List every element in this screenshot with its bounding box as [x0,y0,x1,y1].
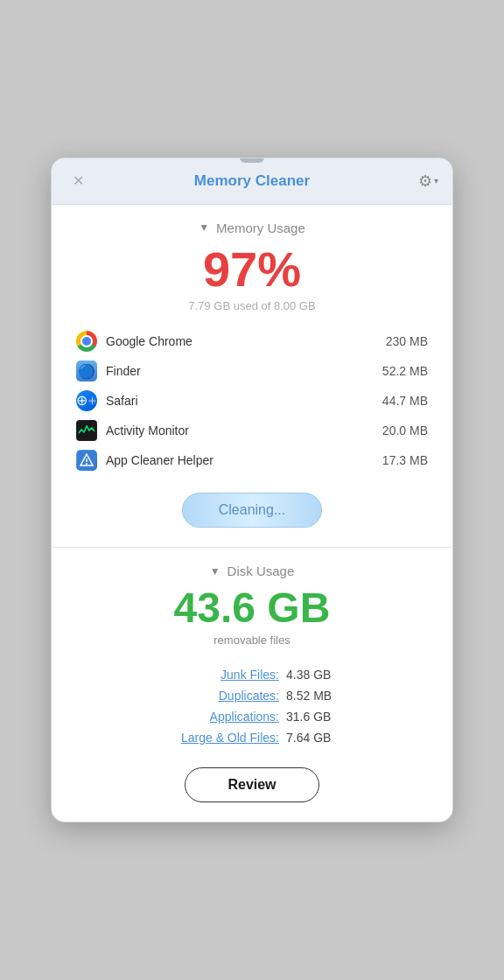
memory-section: ▼ Memory Usage 97% 7.79 GB used of 8.00 … [52,205,452,548]
disk-total: 43.6 GB [76,585,428,632]
app-item-activity: Activity Monitor 20.0 MB [76,416,428,445]
app-item-safari: Safari 44.7 MB [76,386,428,416]
app-size-appcleaner: 17.3 MB [382,453,428,467]
disk-sub: removable files [76,634,428,647]
app-item-finder: 🔵 Finder 52.2 MB [76,356,428,386]
app-name-appcleaner: App Cleaner Helper [106,453,382,467]
memory-detail: 7.79 GB used of 8.00 GB [76,299,428,312]
disk-list: Junk Files: 4.38 GB Duplicates: 8.52 MB … [76,664,428,748]
disk-label-largeold[interactable]: Large & Old Files: [165,731,279,745]
title-bar: ✕ Memory Cleaner ⚙ ▾ [52,158,452,205]
gear-button[interactable]: ⚙ ▾ [418,172,438,191]
app-size-chrome: 230 MB [386,334,428,348]
memory-percent: 97% [76,242,428,297]
app-item-appcleaner: App Cleaner Helper 17.3 MB [76,445,428,475]
disk-header: ▼ Disk Usage [76,564,428,578]
activity-monitor-icon [76,420,97,441]
disk-section: ▼ Disk Usage 43.6 GB removable files Jun… [52,547,452,822]
appcleaner-icon [76,450,97,471]
gear-dropdown-icon: ▾ [434,176,438,186]
app-name-finder: Finder [106,364,382,378]
disk-item-largeold: Large & Old Files: 7.64 GB [76,727,428,748]
disk-label-applications[interactable]: Applications: [165,710,279,724]
memory-section-title: Memory Usage [216,220,305,235]
disk-label-junk[interactable]: Junk Files: [165,668,279,682]
disk-value-duplicates: 8.52 MB [286,689,339,703]
app-item-chrome: Google Chrome 230 MB [76,326,428,356]
disk-value-largeold: 7.64 GB [286,731,339,745]
disk-value-junk: 4.38 GB [286,668,339,682]
app-name-chrome: Google Chrome [106,334,386,348]
memory-header: ▼ Memory Usage [76,220,428,235]
chrome-icon [76,331,97,352]
close-button[interactable]: ✕ [66,169,90,193]
main-window: ✕ Memory Cleaner ⚙ ▾ ▼ Memory Usage 97% … [51,158,453,822]
app-size-finder: 52.2 MB [382,364,428,378]
disk-value-applications: 31.6 GB [286,710,339,724]
app-size-safari: 44.7 MB [382,394,428,408]
disk-item-applications: Applications: 31.6 GB [76,706,428,727]
memory-triangle-icon: ▼ [199,221,209,234]
svg-point-11 [86,463,88,465]
window-title: Memory Cleaner [194,172,310,190]
disk-label-duplicates[interactable]: Duplicates: [165,689,279,703]
cleaning-button-wrap: Cleaning... [76,493,428,528]
app-name-activity: Activity Monitor [106,424,382,438]
disk-section-title: Disk Usage [228,564,295,578]
gear-icon: ⚙ [418,172,432,191]
app-size-activity: 20.0 MB [382,424,428,438]
app-name-safari: Safari [106,394,382,408]
review-button[interactable]: Review [185,767,318,802]
disk-item-duplicates: Duplicates: 8.52 MB [76,685,428,706]
safari-icon [76,390,97,411]
disk-item-junk: Junk Files: 4.38 GB [76,664,428,685]
finder-icon: 🔵 [76,360,97,382]
review-button-wrap: Review [76,767,428,802]
disk-triangle-icon: ▼ [210,565,220,578]
cleaning-button[interactable]: Cleaning... [182,493,322,528]
app-list: Google Chrome 230 MB 🔵 Finder 52.2 MB [76,326,428,475]
